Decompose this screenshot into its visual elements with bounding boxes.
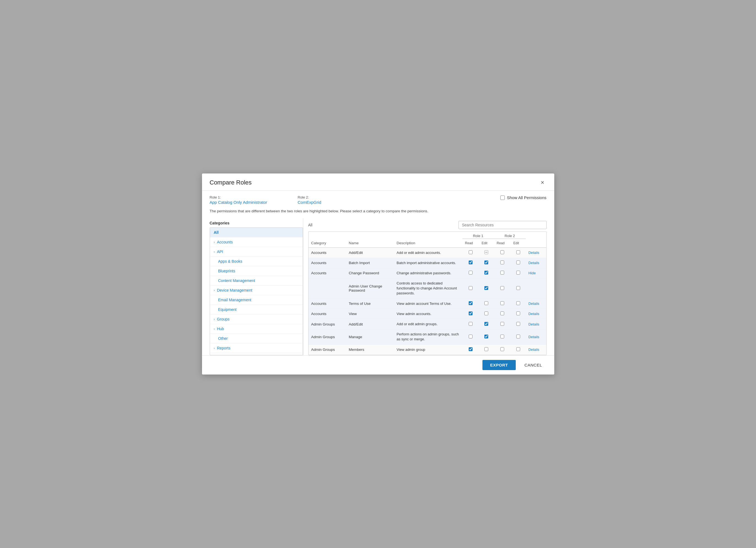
checkbox-cell <box>462 258 479 268</box>
sidebar-item-email-management[interactable]: Email Management <box>210 295 303 305</box>
cell-category <box>309 279 346 299</box>
cell-description: Perform actions on admin groups, such as… <box>394 329 462 345</box>
col-header-role1: Role 1 <box>462 231 494 239</box>
cell-category: Accounts <box>309 247 346 258</box>
cell-action[interactable]: Details <box>526 258 546 268</box>
checkbox-cell <box>494 268 511 278</box>
compare-roles-modal: Compare Roles × Role 1: App Catalog Only… <box>202 173 554 375</box>
checkbox-cell <box>494 309 511 319</box>
checkbox-cell <box>462 329 479 345</box>
sidebar-item-groups[interactable]: › Groups <box>210 315 303 324</box>
equipment-label: Equipment <box>218 307 237 312</box>
sidebar-item-device-management[interactable]: › Device Management <box>210 286 303 295</box>
checkbox-cell <box>511 258 526 268</box>
checkbox-cell <box>511 345 526 355</box>
cell-description: Change administrative passwords. <box>394 268 462 278</box>
col-header-action <box>526 231 546 247</box>
export-button[interactable]: EXPORT <box>482 360 516 370</box>
search-input[interactable] <box>458 221 547 229</box>
modal-title: Compare Roles <box>210 179 252 186</box>
role2-name[interactable]: ComExpGrid <box>298 200 369 204</box>
apps-books-label: Apps & Books <box>218 259 242 263</box>
chevron-icon: › <box>214 318 215 321</box>
col-header-description: Description <box>394 231 462 247</box>
checkbox-cell <box>511 329 526 345</box>
sidebar-item-blueprints[interactable]: Blueprints <box>210 266 303 276</box>
checkbox-cell <box>479 258 494 268</box>
cell-action[interactable]: Details <box>526 299 546 309</box>
sidebar-item-all[interactable]: All <box>210 228 303 237</box>
modal-overlay: Compare Roles × Role 1: App Catalog Only… <box>0 0 756 548</box>
role1-name[interactable]: App Catalog Only Administrator <box>210 200 281 204</box>
cell-name: Admin User Change Password <box>346 279 394 299</box>
chevron-icon: › <box>214 327 215 331</box>
close-button[interactable]: × <box>539 178 547 187</box>
col-header-category: Category <box>309 231 346 247</box>
cell-action[interactable]: Hide <box>526 268 546 278</box>
checkbox-cell <box>494 329 511 345</box>
resources-table: Category Name Description Role 1 <box>309 231 546 355</box>
col-sub-r1-edit: Edit <box>479 239 494 247</box>
checkbox-cell <box>462 299 479 309</box>
cell-description: View admin account Terms of Use. <box>394 299 462 309</box>
cell-description: Controls access to dedicated functionali… <box>394 279 462 299</box>
show-all-permissions-label: Show All Permissions <box>507 195 546 200</box>
cell-action[interactable]: Details <box>526 329 546 345</box>
cell-action[interactable]: Details <box>526 309 546 319</box>
categories-list[interactable]: All › Accounts › API Apps & Books Bluepr <box>210 227 303 355</box>
resources-panel: All Category Name <box>303 218 547 355</box>
table-row: AccountsTerms of UseView admin account T… <box>309 299 546 309</box>
show-all-permissions-checkbox[interactable] <box>500 195 505 200</box>
checkbox-cell <box>494 345 511 355</box>
sidebar-item-api[interactable]: › API <box>210 247 303 256</box>
modal-footer: EXPORT CANCEL <box>202 355 554 375</box>
role1-label: Role 1: <box>210 195 281 199</box>
checkbox-cell <box>462 247 479 258</box>
blueprints-label: Blueprints <box>218 269 235 273</box>
sidebar-item-reports[interactable]: › Reports <box>210 344 303 353</box>
cell-action[interactable]: Details <box>526 345 546 355</box>
cell-category: Admin Groups <box>309 345 346 355</box>
checkbox-cell <box>494 319 511 329</box>
checkbox-cell <box>479 309 494 319</box>
checkbox-cell <box>494 258 511 268</box>
cell-action[interactable]: Details <box>526 247 546 258</box>
sidebar-item-hub[interactable]: › Hub <box>210 324 303 334</box>
other-label: Other <box>218 336 228 341</box>
reports-label: Reports <box>217 346 230 350</box>
sidebar-item-other[interactable]: Other <box>210 334 303 344</box>
checkbox-cell <box>494 279 511 299</box>
sidebar-item-content-management[interactable]: Content Management <box>210 276 303 286</box>
sidebar-item-apps-books[interactable]: Apps & Books <box>210 256 303 266</box>
cell-name: Add/Edit <box>346 319 394 329</box>
cell-category: Admin Groups <box>309 329 346 345</box>
sidebar-item-accounts[interactable]: › Accounts <box>210 237 303 247</box>
col-sub-r2-read: Read <box>494 239 511 247</box>
show-all-permissions-toggle[interactable]: Show All Permissions <box>500 195 546 200</box>
cell-action <box>526 279 546 299</box>
table-row: AccountsChange PasswordChange administra… <box>309 268 546 278</box>
cell-description: Add or edit admin accounts. <box>394 247 462 258</box>
chevron-icon: › <box>214 289 215 292</box>
categories-panel: Categories All › Accounts › API Apps & B… <box>210 218 303 355</box>
checkbox-cell <box>462 319 479 329</box>
chevron-icon: › <box>214 347 215 350</box>
checkbox-cell <box>479 279 494 299</box>
checkbox-cell <box>479 345 494 355</box>
sidebar-item-equipment[interactable]: Equipment <box>210 305 303 315</box>
cell-name: Members <box>346 345 394 355</box>
resources-top: All <box>308 218 547 231</box>
checkbox-cell <box>462 279 479 299</box>
cell-name: Batch Import <box>346 258 394 268</box>
accounts-label: Accounts <box>217 240 233 244</box>
all-label: All <box>214 230 219 234</box>
resources-table-wrapper[interactable]: Category Name Description Role 1 <box>308 231 547 355</box>
cell-action[interactable]: Details <box>526 319 546 329</box>
cell-name: Manage <box>346 329 394 345</box>
cell-category: Accounts <box>309 258 346 268</box>
cell-category: Accounts <box>309 309 346 319</box>
cancel-button[interactable]: CANCEL <box>520 360 547 370</box>
checkbox-cell <box>511 319 526 329</box>
checkbox-cell <box>511 247 526 258</box>
filter-label: All <box>308 223 313 227</box>
